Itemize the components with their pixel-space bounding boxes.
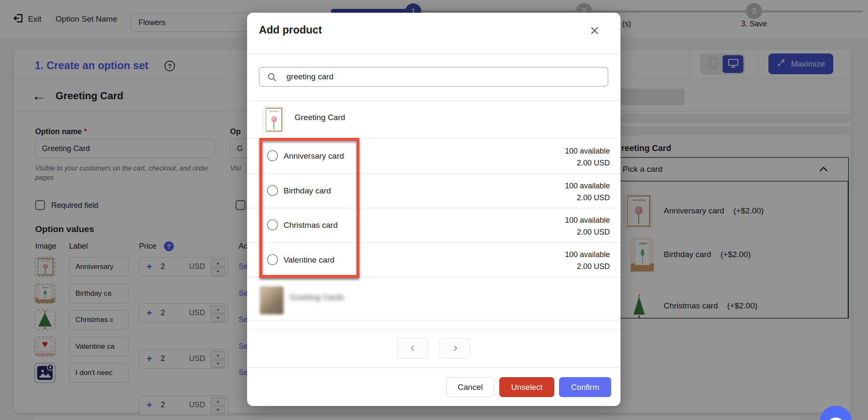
variant-available: 100 available — [525, 249, 610, 260]
cancel-button[interactable]: Cancel — [446, 377, 494, 397]
app-screen: Exit Option Set Name 1 2 3 (s) 3. Save 1… — [0, 0, 868, 420]
variant-price: 2.00 USD — [525, 192, 610, 204]
product-search-field[interactable] — [259, 67, 608, 87]
variant-available: 100 available — [525, 145, 610, 157]
variant-price: 2.00 USD — [525, 260, 610, 272]
product-thumbnail — [263, 106, 284, 133]
close-icon[interactable] — [586, 22, 603, 39]
product-search-input[interactable] — [286, 67, 599, 86]
divider — [247, 54, 620, 54]
variant-stock-price: 100 available 2.00 USD — [525, 180, 610, 204]
confirm-button[interactable]: Confirm — [559, 377, 611, 397]
next-page-button[interactable] — [440, 338, 470, 358]
unselect-button[interactable]: Unselect — [499, 377, 554, 397]
variant-available: 100 available — [525, 180, 610, 192]
annotation-highlight-box — [259, 138, 359, 278]
search-icon — [267, 72, 277, 84]
divider — [247, 367, 620, 368]
variant-stock-price: 100 available 2.00 USD — [525, 249, 610, 272]
previous-page-button[interactable] — [397, 338, 428, 358]
blurred-collection-thumbnail — [260, 286, 284, 314]
variant-price: 2.00 USD — [525, 157, 610, 169]
blurred-collection-title[interactable]: Greeting Cards — [289, 293, 344, 302]
product-title[interactable]: Greeting Card — [295, 113, 345, 122]
variant-stock-price: 100 available 2.00 USD — [525, 145, 610, 169]
divider — [247, 329, 620, 330]
variant-price: 2.00 USD — [525, 226, 610, 238]
variant-available: 100 available — [525, 214, 610, 226]
chat-bubble-icon — [827, 417, 844, 420]
divider — [247, 101, 620, 101]
divider — [247, 320, 620, 321]
variant-stock-price: 100 available 2.00 USD — [525, 214, 610, 238]
modal-title: Add product — [259, 24, 322, 36]
